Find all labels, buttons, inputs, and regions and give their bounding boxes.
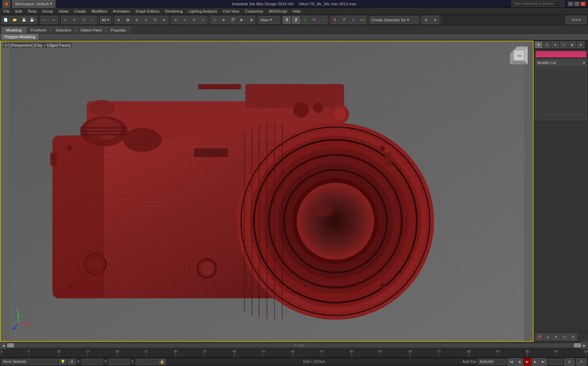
axis-x-button[interactable]: X bbox=[331, 16, 339, 24]
open-file-button[interactable]: 📂 bbox=[11, 16, 19, 24]
menu-lighting-analysis[interactable]: Lighting Analysis bbox=[185, 8, 220, 14]
mat-editor-button[interactable]: ◈ bbox=[219, 16, 228, 24]
schematic-button[interactable]: ⬡ bbox=[210, 16, 219, 24]
z-input[interactable] bbox=[136, 359, 157, 365]
dots-btn[interactable]: ··· bbox=[319, 16, 327, 24]
percent-snap-button[interactable]: % bbox=[151, 16, 159, 24]
search-input[interactable] bbox=[512, 1, 564, 7]
save-as-button[interactable]: 💾+ bbox=[29, 16, 37, 24]
timeline-forward-arrow[interactable]: ▶ bbox=[581, 342, 588, 349]
mirror-button[interactable]: ⇌ bbox=[171, 16, 180, 24]
layer-button[interactable]: ☰ bbox=[190, 16, 198, 24]
maximize-button[interactable]: □ bbox=[574, 1, 580, 6]
axis-y-button[interactable]: Y bbox=[340, 16, 348, 24]
go-to-end-button[interactable]: ▶| bbox=[540, 358, 547, 366]
motion-tab[interactable]: ↺ bbox=[560, 41, 568, 48]
delete-key-button[interactable]: ⊖ bbox=[576, 358, 587, 366]
menu-graph-editors[interactable]: Graph Editors bbox=[133, 8, 162, 14]
snap-button[interactable]: ⊕ bbox=[133, 16, 141, 24]
play-button[interactable]: ▶ bbox=[523, 358, 531, 366]
menu-edit[interactable]: Edit bbox=[13, 8, 25, 14]
num3-button[interactable]: 1 bbox=[301, 16, 309, 24]
activeshade-button[interactable]: ◑ bbox=[247, 16, 255, 24]
viewport[interactable]: [+] [Perspective] [Clay + Edged Faces] bbox=[0, 41, 534, 342]
timeline-back-arrow[interactable]: ◀ bbox=[0, 342, 7, 349]
y-input[interactable] bbox=[109, 359, 130, 365]
percent-btn[interactable]: % bbox=[310, 16, 318, 24]
timeline-thumb-left[interactable] bbox=[7, 343, 14, 347]
menu-civil-view[interactable]: Civil View bbox=[220, 8, 242, 14]
menu-group[interactable]: Group bbox=[39, 8, 56, 14]
move-button[interactable]: ✛ bbox=[70, 16, 79, 24]
select-filter-dropdown[interactable]: Create Selection Se▾ bbox=[370, 16, 419, 24]
align-button[interactable]: ≡ bbox=[181, 16, 189, 24]
timeline-thumb-right[interactable] bbox=[574, 343, 581, 347]
render-button[interactable]: ▶ bbox=[238, 16, 246, 24]
modify-tab[interactable]: ⊡ bbox=[543, 41, 551, 48]
curve-button[interactable]: ∿ bbox=[199, 16, 207, 24]
axis-xy-button[interactable]: XY bbox=[358, 16, 366, 24]
polygon-modeling-item[interactable]: Polygon Modeling bbox=[1, 34, 38, 40]
display-tab[interactable]: ◉ bbox=[568, 41, 576, 48]
timeline-track[interactable]: 0 / 100 bbox=[7, 342, 581, 348]
angle-snap-button[interactable]: ∠ bbox=[142, 16, 150, 24]
menu-views[interactable]: Views bbox=[56, 8, 72, 14]
tab-modeling[interactable]: Modeling bbox=[1, 27, 26, 33]
view-cube[interactable]: top bbox=[508, 45, 526, 62]
menu-maxscript[interactable]: MAXScript bbox=[266, 8, 290, 14]
tab-selection[interactable]: Selection bbox=[51, 27, 76, 33]
reference-dropdown[interactable]: All▾ bbox=[100, 16, 111, 24]
move-down-button[interactable]: ▼ bbox=[552, 333, 560, 340]
filter-button[interactable]: ▦ bbox=[123, 16, 132, 24]
configure-button[interactable]: ⚙ bbox=[569, 333, 577, 340]
menu-file[interactable]: File bbox=[1, 8, 13, 14]
rotate-button[interactable]: ↺ bbox=[79, 16, 88, 24]
nav2-button[interactable]: ⊕ bbox=[431, 16, 439, 24]
menu-create[interactable]: Create bbox=[72, 8, 89, 14]
lock-icon[interactable]: 🔒 bbox=[158, 359, 166, 365]
num1-button[interactable]: 3 bbox=[283, 16, 291, 24]
modifier-list-dropdown[interactable]: Modifier List ▾ bbox=[535, 59, 587, 66]
light-icon[interactable]: 💡 bbox=[59, 359, 67, 365]
spinner-snap-button[interactable]: ⊛ bbox=[160, 16, 168, 24]
menu-customize[interactable]: Customize bbox=[242, 8, 266, 14]
prev-frame-button[interactable]: ◀ bbox=[515, 358, 523, 366]
next-frame-button[interactable]: ▶ bbox=[532, 358, 539, 366]
render-setup-button[interactable]: 🎬 bbox=[229, 16, 237, 24]
color-swatch[interactable] bbox=[535, 51, 587, 58]
nav1-button[interactable]: ⊞ bbox=[422, 16, 430, 24]
magnet-icon[interactable]: ⊕ bbox=[68, 359, 76, 365]
utilities-tab[interactable]: ⚙ bbox=[577, 41, 584, 48]
view-mode-dropdown[interactable]: View▾ bbox=[258, 16, 279, 24]
go-to-start-button[interactable]: |◀ bbox=[507, 358, 515, 366]
menu-rendering[interactable]: Rendering bbox=[162, 8, 186, 14]
x-input[interactable] bbox=[82, 359, 103, 365]
frame-input[interactable] bbox=[549, 359, 563, 365]
tab-object-paint[interactable]: Object Paint bbox=[76, 27, 106, 33]
new-file-button[interactable]: 📄 bbox=[1, 16, 10, 24]
create-tab[interactable]: ✦ bbox=[535, 41, 542, 48]
menu-tools[interactable]: Tools bbox=[25, 8, 40, 14]
delete-modifier-button[interactable]: ✕ bbox=[561, 333, 568, 340]
axis-z-button[interactable]: Z bbox=[349, 16, 357, 24]
hierarchy-tab[interactable]: ⊕ bbox=[552, 41, 559, 48]
menu-animation[interactable]: Animation bbox=[110, 8, 133, 14]
workspace-dropdown[interactable]: Workspace: Default ▾ bbox=[12, 0, 55, 8]
move-up-button[interactable]: ▲ bbox=[544, 333, 552, 340]
pin-button[interactable]: 📌 bbox=[535, 333, 543, 340]
tab-freeform[interactable]: Freeform bbox=[26, 27, 51, 33]
scale-button[interactable]: ⤢ bbox=[88, 16, 97, 24]
render-icons[interactable]: ⚙⚙⚙ bbox=[566, 16, 587, 24]
undo-button[interactable]: ↩ bbox=[40, 16, 49, 24]
minimize-button[interactable]: ─ bbox=[568, 1, 573, 6]
select-all-button[interactable]: ⊞ bbox=[114, 16, 123, 24]
num2-button[interactable]: 2 bbox=[292, 16, 300, 24]
save-file-button[interactable]: 💾 bbox=[20, 16, 28, 24]
menu-help[interactable]: Help bbox=[290, 8, 304, 14]
close-button[interactable]: ✕ bbox=[580, 1, 586, 6]
tab-populate[interactable]: Populate bbox=[106, 27, 130, 33]
menu-modifiers[interactable]: Modifiers bbox=[89, 8, 110, 14]
create-key-button[interactable]: ⊕ bbox=[564, 358, 575, 366]
select-button[interactable]: ↖ bbox=[61, 16, 69, 24]
redo-button[interactable]: ↪ bbox=[49, 16, 58, 24]
